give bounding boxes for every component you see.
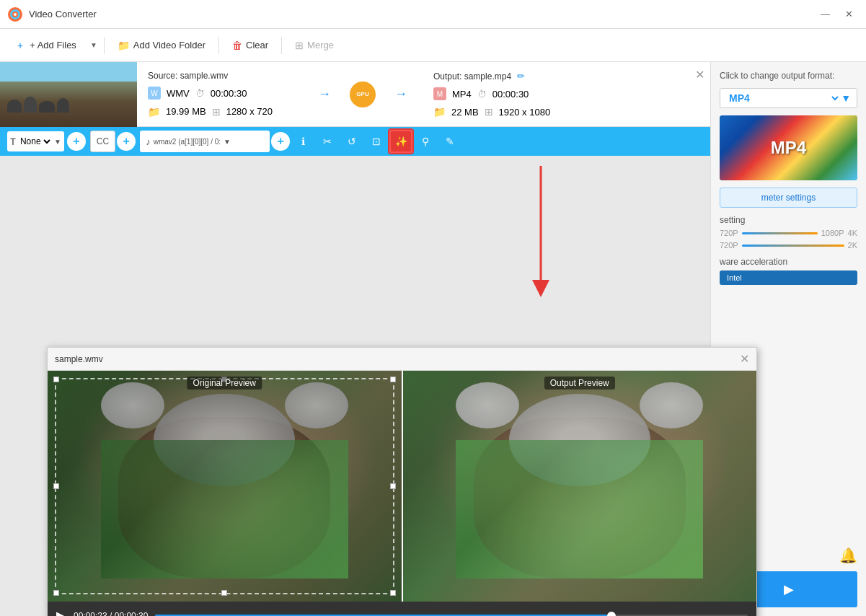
format-dropdown-icon: ▼ (841, 92, 851, 104)
res-4k: 4K (848, 229, 857, 237)
format-select-wrap[interactable]: MP4 MKV AVI MOV ▼ (720, 88, 857, 108)
current-time: 00:00:23 / 00:00:30 (74, 611, 148, 616)
koala-ear-right-out (640, 382, 703, 428)
audio-icon: ♪ (146, 136, 151, 147)
main-toolbar: + + Add Files ▼ 📁 Add Video Folder 🗑 Cle… (0, 29, 866, 62)
resolution-row: 720P 1080P 4K (720, 229, 857, 237)
resolution-slider[interactable] (742, 232, 818, 234)
output-video-bg (403, 371, 757, 602)
intel-badge: Intel (720, 270, 857, 285)
add-files-label: + Add Files (14, 40, 76, 50)
output-res: 1920 x 1080 (499, 107, 551, 118)
source-size: 19.99 MB (166, 106, 206, 117)
res-720p-2: 720P (720, 241, 738, 250)
res-720p: 720P (720, 229, 738, 237)
close-row-button[interactable]: ✕ (695, 68, 704, 82)
output-preview: Output Preview (403, 371, 757, 602)
edit-output-icon[interactable]: ✏ (517, 71, 525, 82)
source-size-row: 📁 19.99 MB ⊞ 1280 x 720 (148, 106, 292, 118)
output-format-label: Click to change output format: (720, 71, 857, 81)
crop-btn[interactable]: ⊡ (365, 130, 388, 153)
subtitle-edit-btn[interactable]: ✎ (438, 130, 461, 153)
info-btn[interactable]: ℹ (291, 130, 314, 153)
resolution-row-2: 720P 2K (720, 241, 857, 250)
cut-btn[interactable]: ✂ (316, 130, 339, 153)
output-size: 22 MB (451, 107, 479, 118)
select-arrow: ▼ (54, 138, 61, 146)
window-controls: — ✕ (815, 6, 859, 22)
separator-2 (218, 37, 219, 54)
add-subtitle-btn[interactable]: + (117, 132, 136, 151)
separator-3 (281, 37, 282, 54)
popup-title: sample.wmv (55, 354, 103, 364)
merge-icon: ⊞ (295, 40, 304, 51)
res-2k: 2K (848, 241, 857, 250)
app-icon (7, 6, 23, 22)
playback-bar: ▶ 00:00:23 / 00:00:30 (48, 602, 756, 616)
setting-label: setting (720, 215, 857, 225)
watermark-btn[interactable]: ⚲ (414, 130, 437, 153)
output-duration: 00:00:30 (492, 89, 529, 100)
folder-icon: 📁 (118, 40, 130, 51)
audio-dropdown-icon: ▼ (224, 138, 231, 146)
title-bar: Video Converter — ✕ (0, 0, 866, 29)
dropdown-icon: ▼ (90, 41, 97, 49)
setting-section: setting 720P 1080P 4K 720P 2K (720, 215, 857, 250)
add-audio-btn[interactable]: + (271, 132, 290, 151)
svg-point-3 (14, 13, 17, 16)
add-video-folder-button[interactable]: 📁 Add Video Folder (107, 35, 216, 56)
text-icon: T (10, 136, 16, 147)
play-button[interactable]: ▶ (56, 608, 66, 616)
left-panel: Source: sample.wmv W WMV ⏱ 00:00:30 📁 19… (0, 62, 710, 616)
alarm-icon[interactable]: 🔔 (839, 547, 857, 564)
source-format-row: W WMV ⏱ 00:00:30 (148, 87, 292, 100)
dropdown-arrow-btn[interactable]: ▼ (87, 37, 101, 53)
separator-1 (104, 37, 105, 54)
res-1080p: 1080P (821, 229, 844, 237)
popup-titlebar: sample.wmv ✕ (48, 348, 756, 371)
source-info: Source: sample.wmv W WMV ⏱ 00:00:30 📁 19… (137, 62, 303, 126)
popup-close-btn[interactable]: ✕ (740, 352, 749, 366)
minimize-btn[interactable]: — (815, 6, 836, 22)
add-files-button[interactable]: + + Add Files (7, 35, 87, 56)
source-format: WMV (167, 88, 190, 99)
file-thumbnail (0, 62, 137, 127)
app-title: Video Converter (29, 9, 97, 19)
source-duration: 00:00:30 (211, 88, 247, 99)
title-bar-left: Video Converter (7, 6, 97, 22)
original-preview: Original Preview (48, 371, 402, 602)
output-label: Output Preview (544, 377, 615, 390)
subtitle-btn[interactable]: CC (90, 131, 115, 152)
merge-button[interactable]: ⊞ Merge (285, 35, 344, 56)
foliage-bg-out (456, 440, 703, 578)
none-select[interactable]: None (17, 136, 53, 147)
output-header: Output: sample.mp4 ✏ (433, 71, 578, 82)
clear-label: Clear (246, 40, 268, 50)
effects-btn[interactable]: ✨ (389, 130, 412, 153)
effect-toolbar: T None ▼ + CC + ♪ wmav2 (a[1][0][0] / 0:… (0, 127, 710, 156)
source-res: 1280 x 720 (226, 106, 273, 117)
source-header: Source: sample.wmv (148, 71, 292, 81)
main-content: Source: sample.wmv W WMV ⏱ 00:00:30 📁 19… (0, 62, 866, 616)
progress-thumb (607, 612, 616, 616)
video-container: Original Preview (48, 371, 756, 602)
selection-box (55, 378, 394, 594)
hw-label: ware acceleration (720, 257, 857, 267)
mp4-icon: M (433, 87, 446, 100)
audio-select: ♪ wmav2 (a[1][0][0] / 0: ▼ (140, 131, 270, 152)
source-label: Source: sample.wmv (148, 71, 228, 81)
rotate-btn[interactable]: ↺ (340, 130, 363, 153)
format-select[interactable]: MP4 MKV AVI MOV (726, 92, 841, 105)
hw-section: ware acceleration Intel (720, 257, 857, 285)
effect-btn-wrap: ✨ (389, 130, 412, 153)
output-format: MP4 (452, 89, 472, 100)
param-settings-btn[interactable]: meter settings (720, 188, 857, 208)
close-btn[interactable]: ✕ (839, 6, 859, 22)
output-info: Output: sample.mp4 ✏ M MP4 ⏱ 00:00:30 📁 … (423, 62, 588, 126)
gpu-badge: GPU (350, 82, 376, 107)
merge-label: Merge (307, 40, 334, 50)
resolution-slider-2[interactable] (742, 245, 844, 247)
clear-button[interactable]: 🗑 Clear (222, 35, 278, 56)
add-text-btn[interactable]: + (67, 132, 86, 151)
mp4-preview-graphic: MP4 (720, 115, 857, 180)
